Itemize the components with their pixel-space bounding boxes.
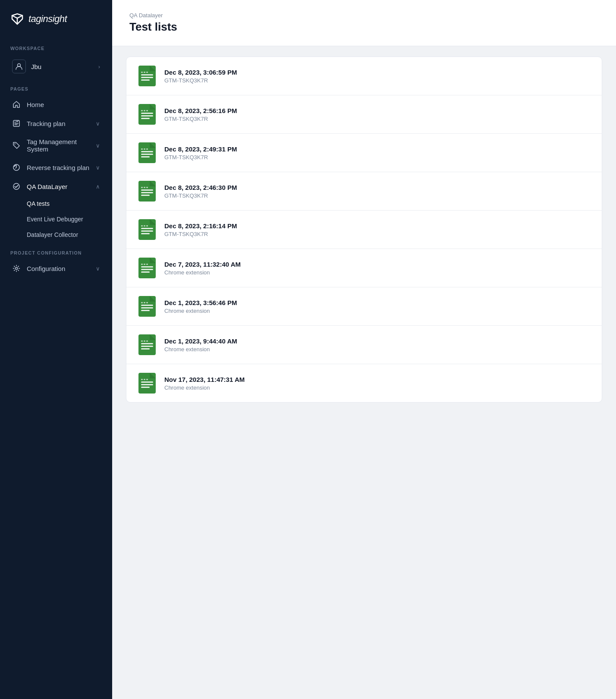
home-icon bbox=[12, 100, 21, 109]
svg-rect-37 bbox=[141, 230, 153, 232]
svg-rect-7 bbox=[138, 66, 156, 86]
list-item-info: Dec 8, 2023, 2:49:31 PM GTM-TSKQ3K7R bbox=[164, 145, 237, 161]
svg-rect-67 bbox=[141, 379, 143, 380]
file-icon bbox=[138, 296, 156, 317]
svg-rect-45 bbox=[141, 271, 150, 273]
svg-rect-26 bbox=[144, 148, 145, 150]
table-row[interactable]: Dec 7, 2023, 11:32:40 AM Chrome extensio… bbox=[126, 249, 602, 287]
sidebar-item-tracking-plan[interactable]: Tracking plan ∨ bbox=[3, 114, 109, 132]
chevron-down-icon-3: ∨ bbox=[96, 164, 100, 171]
workspace-item[interactable]: Jbu › bbox=[3, 55, 109, 78]
svg-rect-47 bbox=[144, 264, 145, 265]
svg-rect-16 bbox=[141, 115, 153, 116]
svg-rect-17 bbox=[141, 118, 150, 119]
svg-rect-49 bbox=[138, 296, 156, 317]
chevron-down-icon-2: ∨ bbox=[96, 142, 100, 149]
svg-point-3 bbox=[14, 143, 15, 144]
table-row[interactable]: Dec 8, 2023, 2:16:14 PM GTM-TSKQ3K7R bbox=[126, 211, 602, 249]
tracking-icon bbox=[12, 119, 21, 128]
svg-rect-50 bbox=[141, 305, 153, 306]
qa-datalayer-icon bbox=[12, 182, 21, 191]
svg-rect-13 bbox=[146, 72, 148, 73]
svg-rect-69 bbox=[146, 379, 148, 380]
list-item-date: Dec 8, 2023, 2:49:31 PM bbox=[164, 145, 237, 153]
chevron-down-icon-config: ∨ bbox=[96, 265, 100, 272]
file-icon bbox=[138, 104, 156, 125]
page-header: QA Datalayer Test lists bbox=[112, 0, 616, 46]
sidebar-item-tracking-plan-label: Tracking plan bbox=[27, 120, 90, 127]
list-item-info: Dec 7, 2023, 11:32:40 AM Chrome extensio… bbox=[164, 261, 241, 276]
sidebar-item-configuration-label: Configuration bbox=[27, 265, 90, 272]
pages-label: PAGES bbox=[0, 79, 112, 95]
list-item-source: Chrome extension bbox=[164, 384, 245, 391]
list-item-date: Nov 17, 2023, 11:47:31 AM bbox=[164, 376, 245, 383]
table-row[interactable]: Dec 1, 2023, 3:56:46 PM Chrome extension bbox=[126, 287, 602, 326]
list-item-source: GTM-TSKQ3K7R bbox=[164, 192, 237, 199]
svg-rect-54 bbox=[144, 302, 145, 303]
svg-rect-44 bbox=[141, 269, 153, 270]
svg-rect-9 bbox=[141, 77, 153, 78]
sidebar-item-reverse-tracking[interactable]: Reverse tracking plan ∨ bbox=[3, 158, 109, 176]
svg-rect-38 bbox=[141, 233, 150, 234]
workspace-label: WORKSPACE bbox=[0, 38, 112, 54]
svg-rect-22 bbox=[141, 151, 153, 152]
file-icon bbox=[138, 66, 156, 86]
svg-rect-52 bbox=[141, 310, 150, 311]
file-icon bbox=[138, 334, 156, 355]
tag-icon bbox=[12, 141, 21, 150]
sidebar-subitem-event-live-debugger[interactable]: Event Live Debugger bbox=[3, 212, 109, 227]
sidebar-item-qa-datalayer[interactable]: QA DataLayer ∧ bbox=[3, 177, 109, 195]
svg-rect-61 bbox=[144, 340, 145, 342]
svg-rect-19 bbox=[144, 110, 145, 111]
avatar bbox=[12, 60, 26, 73]
list-item-source: GTM-TSKQ3K7R bbox=[164, 77, 237, 84]
svg-rect-18 bbox=[141, 110, 143, 111]
logo-text: taginsight bbox=[28, 13, 67, 25]
list-item-info: Dec 8, 2023, 3:06:59 PM GTM-TSKQ3K7R bbox=[164, 69, 237, 84]
svg-rect-63 bbox=[138, 373, 156, 394]
list-item-source: Chrome extension bbox=[164, 346, 237, 353]
sidebar-item-configuration[interactable]: Configuration ∨ bbox=[3, 259, 109, 277]
svg-rect-25 bbox=[141, 148, 143, 150]
svg-rect-12 bbox=[144, 72, 145, 73]
svg-rect-34 bbox=[146, 187, 148, 188]
sidebar-item-reverse-tracking-label: Reverse tracking plan bbox=[27, 164, 90, 171]
svg-rect-36 bbox=[141, 228, 153, 229]
file-icon bbox=[138, 219, 156, 240]
svg-rect-8 bbox=[141, 74, 153, 76]
list-item-date: Dec 8, 2023, 3:06:59 PM bbox=[164, 69, 237, 76]
person-icon bbox=[15, 63, 23, 70]
sidebar-item-tag-management[interactable]: Tag Management System ∨ bbox=[3, 133, 109, 157]
svg-rect-10 bbox=[141, 79, 150, 81]
svg-rect-20 bbox=[146, 110, 148, 111]
table-row[interactable]: Dec 8, 2023, 2:49:31 PM GTM-TSKQ3K7R bbox=[126, 134, 602, 172]
list-item-date: Dec 7, 2023, 11:32:40 AM bbox=[164, 261, 241, 268]
sidebar-item-home-label: Home bbox=[27, 101, 100, 108]
sidebar: taginsight WORKSPACE Jbu › PAGES Home bbox=[0, 0, 112, 699]
workspace-left: Jbu bbox=[12, 60, 41, 73]
svg-rect-46 bbox=[141, 264, 143, 265]
svg-point-6 bbox=[16, 268, 18, 270]
list-item-source: Chrome extension bbox=[164, 269, 241, 276]
reverse-tracking-icon bbox=[12, 163, 21, 172]
table-row[interactable]: Dec 8, 2023, 2:46:30 PM GTM-TSKQ3K7R bbox=[126, 172, 602, 211]
list-item-info: Dec 8, 2023, 2:46:30 PM GTM-TSKQ3K7R bbox=[164, 184, 237, 199]
svg-rect-53 bbox=[141, 302, 143, 303]
table-row[interactable]: Dec 1, 2023, 9:44:40 AM Chrome extension bbox=[126, 326, 602, 364]
table-row[interactable]: Dec 8, 2023, 3:06:59 PM GTM-TSKQ3K7R bbox=[126, 57, 602, 95]
svg-rect-41 bbox=[146, 225, 148, 227]
sidebar-subitem-datalayer-collector[interactable]: Datalayer Collector bbox=[3, 227, 109, 242]
table-row[interactable]: Nov 17, 2023, 11:47:31 AM Chrome extensi… bbox=[126, 364, 602, 402]
breadcrumb: QA Datalayer bbox=[129, 12, 599, 19]
svg-rect-64 bbox=[141, 381, 153, 383]
svg-rect-35 bbox=[138, 219, 156, 240]
table-row[interactable]: Dec 8, 2023, 2:56:16 PM GTM-TSKQ3K7R bbox=[126, 95, 602, 134]
main-content: QA Datalayer Test lists Dec 8, 2023, 3:0… bbox=[112, 0, 616, 699]
svg-rect-55 bbox=[146, 302, 148, 303]
svg-rect-62 bbox=[146, 340, 148, 342]
list-item-source: GTM-TSKQ3K7R bbox=[164, 154, 237, 161]
sidebar-subitem-qa-tests[interactable]: QA tests bbox=[3, 196, 109, 211]
logo: taginsight bbox=[0, 0, 112, 38]
sidebar-item-home[interactable]: Home bbox=[3, 95, 109, 113]
project-config-label: PROJECT CONFIGURATION bbox=[0, 242, 112, 259]
